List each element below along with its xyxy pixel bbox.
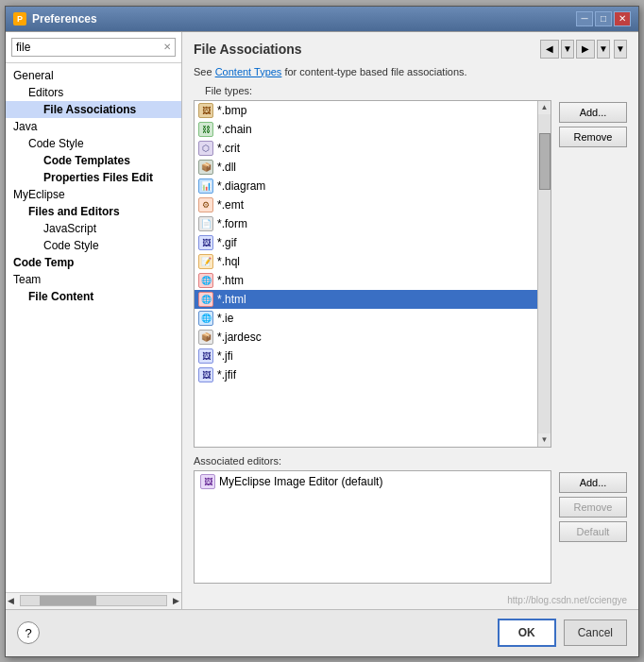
- file-type-icon: 🌐: [198, 273, 213, 288]
- tree-item[interactable]: Code Style: [6, 135, 181, 152]
- tree-item[interactable]: Editors: [6, 84, 181, 101]
- search-input-wrap[interactable]: ✕: [11, 38, 176, 57]
- right-header: File Associations ◀ ▼ ▶ ▼ ▼: [182, 32, 638, 62]
- file-list-item[interactable]: 📦*.jardesc: [195, 328, 537, 347]
- title-controls: ─ □ ✕: [576, 11, 631, 26]
- file-list-item[interactable]: 📝*.hql: [195, 252, 537, 271]
- file-type-label: *.jardesc: [217, 331, 262, 344]
- tree-item[interactable]: Code Templates: [6, 152, 181, 169]
- tree-item[interactable]: File Associations: [6, 101, 181, 118]
- search-box: ✕: [6, 32, 181, 63]
- file-type-icon: 🖼: [198, 235, 213, 250]
- tree-item[interactable]: Team: [6, 271, 181, 288]
- file-list-scrollbar[interactable]: ▲ ▼: [537, 101, 551, 447]
- file-type-label: *.crit: [217, 142, 240, 155]
- tree-item[interactable]: Code Style: [6, 237, 181, 254]
- scroll-thumb[interactable]: [539, 133, 551, 190]
- title-bar-left: P Preferences: [13, 12, 97, 25]
- scroll-left-arrow[interactable]: ◀: [6, 596, 16, 605]
- file-list-item[interactable]: 🖼*.gif: [195, 233, 537, 252]
- tree-item[interactable]: General: [6, 67, 181, 84]
- file-type-buttons: Add... Remove: [559, 100, 627, 448]
- file-type-label: *.dll: [217, 161, 236, 174]
- file-list-item[interactable]: 📄*.form: [195, 214, 537, 233]
- assoc-list[interactable]: 🖼MyEclipse Image Editor (default): [195, 471, 551, 583]
- tree-item[interactable]: Code Temp: [6, 254, 181, 271]
- assoc-list-item[interactable]: 🖼MyEclipse Image Editor (default): [195, 471, 551, 492]
- file-list-wrap: 🖼*.bmp⛓*.chain⬡*.crit📦*.dll📊*.diagram⚙*.…: [194, 100, 551, 448]
- window-icon: P: [13, 12, 26, 25]
- assoc-label: Associated editors:: [194, 455, 627, 467]
- scroll-thumb-area[interactable]: [538, 114, 551, 433]
- scroll-up-arrow[interactable]: ▲: [538, 101, 551, 114]
- file-type-icon: 📝: [198, 254, 213, 269]
- file-list-item[interactable]: 🖼*.jfif: [195, 365, 537, 384]
- right-panel: File Associations ◀ ▼ ▶ ▼ ▼ See Content …: [182, 32, 638, 609]
- file-type-add-button[interactable]: Add...: [559, 102, 627, 123]
- search-input[interactable]: [16, 41, 163, 54]
- window-title: Preferences: [32, 12, 97, 25]
- file-types-area: 🖼*.bmp⛓*.chain⬡*.crit📦*.dll📊*.diagram⚙*.…: [194, 100, 627, 448]
- file-type-icon: 🌐: [198, 292, 213, 307]
- forward-button[interactable]: ▶: [576, 40, 595, 59]
- file-type-label: *.form: [217, 217, 247, 230]
- help-button[interactable]: ?: [17, 621, 40, 644]
- horizontal-scrollbar[interactable]: ◀ ▶: [6, 592, 181, 609]
- forward-dropdown[interactable]: ▼: [597, 40, 610, 59]
- tree-item[interactable]: Java: [6, 118, 181, 135]
- file-type-label: *.htm: [217, 274, 244, 287]
- file-list-item[interactable]: 📦*.dll: [195, 158, 537, 177]
- tree-item[interactable]: File Content: [6, 288, 181, 305]
- assoc-default-button[interactable]: Default: [559, 521, 627, 542]
- file-type-label: *.ie: [217, 312, 233, 325]
- file-type-label: *.jfif: [217, 368, 236, 382]
- tree-item[interactable]: Files and Editors: [6, 203, 181, 220]
- file-type-icon: 📄: [198, 216, 213, 231]
- file-type-label: *.html: [217, 293, 246, 306]
- file-list-item[interactable]: 🌐*.ie: [195, 309, 537, 328]
- file-list-item[interactable]: ⬡*.crit: [195, 139, 537, 158]
- back-dropdown[interactable]: ▼: [561, 40, 574, 59]
- file-list-item[interactable]: 🖼*.jfi: [195, 347, 537, 365]
- back-button[interactable]: ◀: [540, 40, 559, 59]
- file-list-item[interactable]: 🖼*.bmp: [195, 101, 537, 120]
- file-type-label: *.bmp: [217, 104, 246, 117]
- maximize-button[interactable]: □: [595, 11, 612, 26]
- file-list-item[interactable]: 📊*.diagram: [195, 177, 537, 195]
- file-list-item[interactable]: 🌐*.htm: [195, 271, 537, 290]
- assoc-area: 🖼MyEclipse Image Editor (default) Add...…: [194, 470, 627, 584]
- tree-item[interactable]: Properties Files Edit: [6, 169, 181, 186]
- file-type-icon: ⬡: [198, 141, 213, 156]
- assoc-add-button[interactable]: Add...: [559, 472, 627, 493]
- h-scrollbar-track[interactable]: [20, 595, 167, 606]
- file-type-icon: 🌐: [198, 311, 213, 326]
- scroll-down-arrow[interactable]: ▼: [538, 433, 551, 447]
- h-scrollbar-thumb[interactable]: [40, 596, 96, 605]
- content-area: ✕ GeneralEditorsFile AssociationsJavaCod…: [6, 31, 638, 609]
- minimize-button[interactable]: ─: [576, 11, 593, 26]
- file-type-remove-button[interactable]: Remove: [559, 127, 627, 147]
- associated-editors-section: Associated editors: 🖼MyEclipse Image Edi…: [194, 455, 627, 591]
- title-bar: P Preferences ─ □ ✕: [6, 7, 638, 31]
- close-button[interactable]: ✕: [614, 11, 631, 26]
- assoc-editor-icon: 🖼: [200, 474, 215, 489]
- file-list[interactable]: 🖼*.bmp⛓*.chain⬡*.crit📦*.dll📊*.diagram⚙*.…: [195, 101, 537, 447]
- file-list-item[interactable]: 🌐*.html: [195, 290, 537, 309]
- menu-dropdown[interactable]: ▼: [614, 40, 627, 59]
- cancel-button[interactable]: Cancel: [564, 620, 627, 646]
- search-clear-icon[interactable]: ✕: [163, 42, 171, 52]
- scroll-right-arrow[interactable]: ▶: [171, 596, 181, 605]
- assoc-remove-button[interactable]: Remove: [559, 497, 627, 518]
- assoc-buttons: Add... Remove Default: [559, 470, 627, 584]
- file-list-item[interactable]: ⚙*.emt: [195, 195, 537, 214]
- ok-button[interactable]: OK: [498, 619, 556, 647]
- content-types-link[interactable]: Content Types: [215, 66, 282, 77]
- tree-item[interactable]: MyEclipse: [6, 186, 181, 203]
- file-list-item[interactable]: ⛓*.chain: [195, 120, 537, 139]
- file-type-label: *.gif: [217, 236, 237, 249]
- file-type-icon: 📦: [198, 330, 213, 345]
- file-type-label: *.diagram: [217, 179, 265, 193]
- file-type-icon: 📊: [198, 178, 213, 194]
- file-type-label: *.emt: [217, 198, 244, 212]
- tree-item[interactable]: JavaScript: [6, 220, 181, 237]
